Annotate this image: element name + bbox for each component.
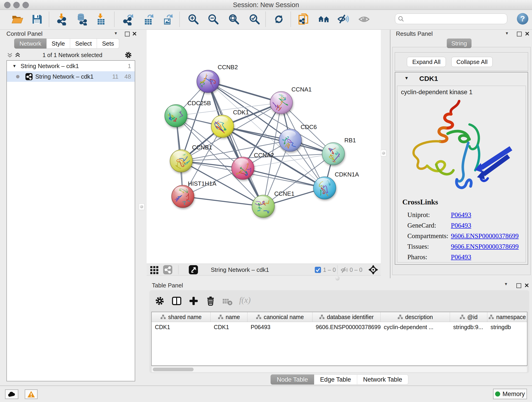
toolbar-separator	[265, 12, 266, 27]
tab-network-table[interactable]: Network Table	[357, 375, 409, 385]
results-panel-close-icon[interactable]	[525, 32, 529, 36]
tab-sets[interactable]: Sets	[97, 38, 119, 49]
network-node[interactable]: CCNA1	[270, 86, 312, 114]
genecard-link[interactable]: P06493	[451, 222, 471, 229]
entry-collapse-icon[interactable]: ▼	[404, 76, 409, 81]
memory-button[interactable]: Memory	[493, 389, 527, 399]
left-splitter-handle[interactable]	[139, 204, 144, 210]
uniprot-link[interactable]: P06493	[451, 211, 471, 219]
control-panel-menu-icon[interactable]: ▼	[114, 31, 118, 36]
column-header-id[interactable]: @id	[450, 312, 487, 322]
pharos-link[interactable]: P06493	[451, 253, 471, 261]
tab-network[interactable]: Network	[14, 38, 46, 49]
main-toolbar: ?	[0, 10, 532, 30]
network-node-label: CDK1	[233, 109, 249, 116]
table-panel-menu-icon[interactable]: ▼	[504, 282, 508, 287]
import-network-file-icon[interactable]	[56, 13, 68, 26]
open-in-window-icon[interactable]	[189, 265, 198, 274]
compartments-link[interactable]: 9606.ENSP00000378699	[451, 232, 519, 240]
network-edge[interactable]	[183, 196, 263, 206]
node-gloss-highlight	[200, 71, 214, 78]
column-header-namespace[interactable]: namespace	[487, 312, 527, 322]
table-horizontal-scrollbar[interactable]	[152, 367, 527, 372]
table-options-gear-icon[interactable]	[154, 296, 165, 306]
scrollbar-thumb[interactable]	[153, 368, 194, 371]
table-panel-close-icon[interactable]	[525, 283, 529, 287]
save-session-icon[interactable]	[31, 13, 43, 26]
warnings-button[interactable]	[25, 389, 38, 399]
network-node[interactable]: CCNB1	[170, 144, 212, 172]
export-table-icon[interactable]	[143, 13, 155, 26]
search-icon	[398, 16, 404, 22]
results-panel-float-icon[interactable]	[517, 32, 522, 37]
network-edge[interactable]	[208, 81, 281, 103]
column-header-database-identifier[interactable]: database identifier	[312, 312, 380, 322]
network-options-gear-icon[interactable]	[124, 51, 133, 59]
footer-separator	[337, 265, 337, 274]
network-canvas[interactable]: CCNB2CCNA1CDC25BCDK1CDC6RB1CCNB1CCNA2CDK…	[147, 30, 381, 264]
zoom-out-icon[interactable]	[207, 13, 220, 26]
control-panel-float-icon[interactable]	[125, 32, 130, 37]
new-network-from-selection-icon[interactable]	[298, 13, 310, 26]
network-node[interactable]: CCNE1	[252, 190, 294, 217]
tab-string[interactable]: String	[447, 38, 472, 48]
fit-selected-crosshair-icon[interactable]	[368, 265, 378, 274]
tab-style[interactable]: Style	[46, 38, 70, 49]
cloud-icon	[7, 391, 16, 397]
column-header-description[interactable]: description	[380, 312, 450, 322]
entry-gene-name: CDK1	[419, 75, 438, 83]
column-header-canonical-name[interactable]: canonical name	[247, 312, 312, 322]
network-node[interactable]: CDC25B	[165, 100, 211, 127]
table-panel-float-icon[interactable]	[516, 283, 521, 289]
collapse-all-networks-icon[interactable]	[7, 52, 13, 58]
network-row-selected[interactable]: String Network – cdk1 11 48	[7, 71, 135, 82]
network-node[interactable]: CDK1	[211, 109, 249, 138]
search-input[interactable]	[406, 15, 507, 22]
expand-all-networks-icon[interactable]	[15, 52, 21, 58]
network-node[interactable]: RB1	[322, 137, 356, 165]
toolbar-separator	[291, 12, 291, 27]
open-session-icon[interactable]	[11, 13, 24, 26]
refresh-icon[interactable]	[273, 13, 285, 26]
birds-eye-view-icon[interactable]	[150, 265, 159, 274]
hidden-node-edge-counts: 0 – 0	[350, 265, 362, 274]
network-edge[interactable]	[208, 81, 263, 206]
selected-checkbox-icon[interactable]	[315, 267, 321, 273]
right-splitter-handle[interactable]	[381, 150, 386, 156]
expand-all-button[interactable]: Expand All	[407, 57, 446, 67]
collapse-all-button[interactable]: Collapse All	[451, 57, 493, 67]
delete-columns-icon[interactable]	[205, 296, 216, 306]
column-header-shared-name[interactable]: shared name	[152, 312, 210, 322]
import-network-database-icon[interactable]	[75, 13, 88, 26]
zoom-in-icon[interactable]	[187, 13, 200, 26]
tab-select[interactable]: Select	[70, 38, 97, 49]
column-header-name[interactable]: name	[210, 312, 247, 322]
toolbar-separator	[114, 12, 114, 27]
export-network-icon[interactable]	[122, 13, 135, 26]
hide-selected-icon[interactable]	[337, 13, 350, 26]
tab-edge-table[interactable]: Edge Table	[314, 375, 357, 385]
toolbar-separator	[49, 12, 49, 27]
network-node[interactable]: HIST1H1A	[172, 180, 216, 208]
tab-node-table[interactable]: Node Table	[271, 375, 314, 385]
network-node-label: CDC6	[301, 123, 317, 130]
control-panel-close-icon[interactable]	[133, 32, 137, 36]
hidden-eye-slash-icon[interactable]	[341, 266, 348, 274]
show-columns-icon[interactable]	[171, 296, 182, 306]
table-row[interactable]: CDK1 CDK1 P06493 9606.ENSP00000378699 cy…	[152, 322, 527, 332]
results-panel-menu-icon[interactable]: ▼	[505, 31, 509, 36]
tissues-link[interactable]: 9606.ENSP00000378699	[451, 243, 519, 250]
global-search-field[interactable]	[395, 13, 507, 24]
tree-expand-icon[interactable]: ▼	[12, 64, 17, 69]
first-neighbors-icon[interactable]	[318, 13, 330, 26]
network-node[interactable]: CDC6	[279, 123, 317, 154]
create-column-icon[interactable]	[188, 296, 199, 306]
network-collection-row[interactable]: ▼ String Network – cdk1 1	[7, 61, 135, 71]
cloud-sessions-button[interactable]	[5, 389, 18, 399]
import-table-file-icon[interactable]	[95, 13, 107, 26]
zoom-selected-icon[interactable]	[248, 13, 261, 26]
zoom-fit-icon[interactable]	[228, 13, 240, 26]
network-node[interactable]: CDKN1A	[313, 171, 359, 200]
help-icon[interactable]: ?	[516, 13, 529, 25]
export-image-icon[interactable]	[162, 13, 174, 26]
